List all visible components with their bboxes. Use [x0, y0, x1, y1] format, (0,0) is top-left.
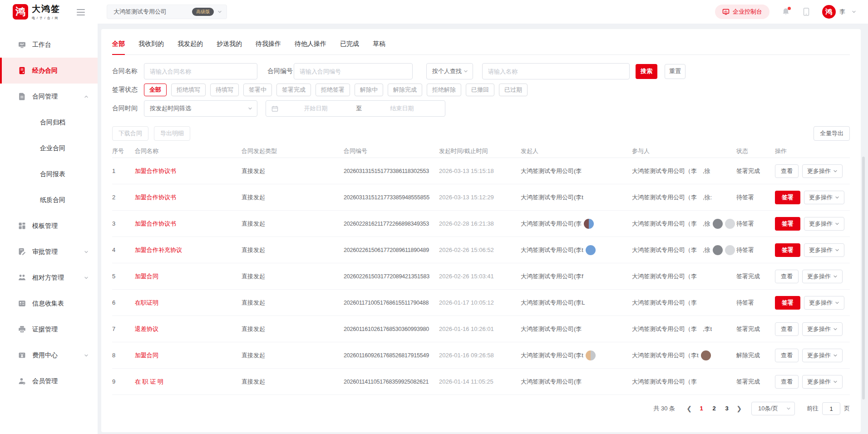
person-name-input[interactable] [482, 63, 630, 79]
column-header: 序号 [112, 147, 135, 155]
tab-草稿[interactable]: 草稿 [373, 40, 385, 54]
notification-bell-icon[interactable] [781, 7, 790, 16]
redacted-avatar [725, 219, 735, 229]
sidebar-item-label: 模板管理 [32, 222, 58, 230]
date-range-picker[interactable]: 开始日期 至 结束日期 [266, 100, 445, 117]
sign-button[interactable]: 签署 [775, 191, 800, 204]
sidebar-item-经办合同[interactable]: 经办合同 [0, 58, 98, 84]
more-actions-button[interactable]: 更多操作 [802, 322, 843, 336]
menu-collapse-icon[interactable] [77, 9, 85, 15]
status: 签署完成 [736, 325, 775, 333]
reset-button[interactable]: 重置 [665, 64, 686, 79]
download-contract-button[interactable]: 下载合同 [112, 126, 148, 141]
enterprise-console-button[interactable]: 企业控制台 [715, 5, 769, 19]
initiate-time: 2026-01-16 09:26:58 [439, 352, 521, 359]
search-button[interactable]: 搜索 [636, 64, 657, 79]
view-button[interactable]: 查看 [775, 349, 799, 362]
view-button[interactable]: 查看 [775, 322, 799, 336]
sidebar-item-会员管理[interactable]: 会员管理 [0, 368, 98, 394]
page-number-1[interactable]: 1 [695, 402, 708, 415]
view-button[interactable]: 查看 [775, 164, 799, 178]
sidebar-item-合同管理[interactable]: 合同管理 [0, 84, 98, 109]
more-actions-button[interactable]: 更多操作 [802, 164, 843, 178]
contract-name-link[interactable]: 退差协议 [135, 325, 242, 333]
search-by-person-select[interactable]: 按个人查找 [426, 63, 473, 79]
sidebar-subitem-企业合同[interactable]: 企业合同 [0, 135, 98, 161]
page-number-2[interactable]: 2 [708, 402, 720, 415]
sidebar-subitem-合同归档[interactable]: 合同归档 [0, 109, 98, 135]
sidebar-item-证据管理[interactable]: 证据管理 [0, 316, 98, 342]
sidebar-item-费用中心[interactable]: 费用中心 [0, 342, 98, 368]
more-actions-button[interactable]: 更多操作 [802, 375, 843, 389]
contract-name-link[interactable]: 加盟合作协议书 [135, 167, 242, 175]
view-button[interactable]: 查看 [775, 375, 799, 389]
goto-page-input[interactable] [822, 402, 840, 415]
status-chip-拒绝填写[interactable]: 拒绝填写 [171, 84, 206, 96]
more-actions-button[interactable]: 更多操作 [804, 296, 844, 310]
initiate-type: 直接发起 [242, 325, 344, 333]
user-menu[interactable]: 鸿 李 [822, 5, 856, 19]
page-number-3[interactable]: 3 [720, 402, 733, 415]
tab-待我操作[interactable]: 待我操作 [256, 40, 281, 54]
contract-name-link[interactable]: 加盟合作协议书 [135, 193, 242, 202]
status-chip-解除中[interactable]: 解除中 [355, 84, 383, 96]
tab-待他人操作[interactable]: 待他人操作 [295, 40, 326, 54]
page-size-select[interactable]: 10条/页 [751, 402, 795, 415]
sidebar-subitem-合同报表[interactable]: 合同报表 [0, 161, 98, 187]
status-chip-解除完成[interactable]: 解除完成 [388, 84, 422, 96]
tab-全部[interactable]: 全部 [112, 40, 125, 54]
more-actions-button[interactable]: 更多操作 [804, 217, 844, 231]
status: 待签署 [736, 299, 775, 307]
status-chip-全部[interactable]: 全部 [144, 84, 167, 96]
export-all-button[interactable]: 全量导出 [814, 126, 850, 141]
contract-no-input[interactable] [294, 63, 413, 79]
tab-抄送我的[interactable]: 抄送我的 [217, 40, 242, 54]
tab-我发起的[interactable]: 我发起的 [178, 40, 203, 54]
contract-name-link[interactable]: 加盟合作协议书 [135, 220, 242, 228]
status-chip-已撤回[interactable]: 已撤回 [466, 84, 494, 96]
company-select[interactable]: 大鸿签测试专用公司 高级版 [107, 5, 227, 19]
table-header: 序号合同名称合同发起类型合同编号发起时间/截止时间发起人参与人状态操作 [112, 144, 850, 158]
sidebar-item-相对方管理[interactable]: 相对方管理 [0, 265, 98, 291]
more-actions-button[interactable]: 更多操作 [804, 191, 844, 204]
tab-已完成[interactable]: 已完成 [340, 40, 359, 54]
sign-button[interactable]: 签署 [775, 243, 800, 257]
tab-我收到的[interactable]: 我收到的 [138, 40, 164, 54]
more-actions-button[interactable]: 更多操作 [802, 270, 843, 283]
sidebar-item-工作台[interactable]: 工作台 [0, 32, 98, 58]
user-name: 李 [839, 8, 845, 16]
more-actions-button[interactable]: 更多操作 [802, 349, 843, 362]
status-chip-拒绝签署[interactable]: 拒绝签署 [316, 84, 350, 96]
status-chip-签署完成[interactable]: 签署完成 [276, 84, 311, 96]
sign-button[interactable]: 签署 [775, 296, 800, 310]
next-page-icon[interactable]: ❯ [733, 405, 745, 412]
column-header: 合同名称 [135, 147, 242, 155]
status-chip-已过期[interactable]: 已过期 [499, 84, 528, 96]
status-chip-签署中[interactable]: 签署中 [243, 84, 272, 96]
contract-name-input[interactable] [144, 63, 257, 79]
row-index: 5 [112, 273, 135, 280]
prev-page-icon[interactable]: ❮ [683, 405, 695, 412]
sidebar-item-审批管理[interactable]: 审批管理 [0, 239, 98, 265]
sidebar-subitem-纸质合同[interactable]: 纸质合同 [0, 187, 98, 213]
table-scrollbar[interactable] [862, 157, 865, 399]
contract-name-link[interactable]: 在职证明 [135, 299, 242, 307]
contract-name-link[interactable]: 加盟合同 [135, 272, 242, 281]
status-chip-拒绝解除[interactable]: 拒绝解除 [427, 84, 461, 96]
more-actions-button[interactable]: 更多操作 [804, 243, 844, 257]
sidebar-item-模板管理[interactable]: 模板管理 [0, 213, 98, 239]
date-separator: 至 [353, 104, 365, 113]
export-detail-button[interactable]: 导出明细 [154, 126, 190, 141]
status-chip-待填写[interactable]: 待填写 [210, 84, 239, 96]
mobile-device-icon[interactable] [802, 7, 810, 16]
view-button[interactable]: 查看 [775, 270, 799, 283]
sign-button[interactable]: 签署 [775, 217, 800, 231]
contract-name-link[interactable]: 在 职 证 明 [135, 378, 242, 386]
time-filter-select[interactable]: 按发起时间筛选 [144, 100, 257, 117]
sidebar-item-信息收集表[interactable]: 信息收集表 [0, 291, 98, 316]
contract-name-link[interactable]: 加盟合作补充协议 [135, 246, 242, 254]
top-header: 大鸿签测试专用公司 高级版 企业控制台 鸿 李 [98, 0, 868, 24]
contract-name-link[interactable]: 加盟合同 [135, 351, 242, 360]
monitor-icon [722, 8, 730, 15]
brand-name: 大鸿签 [32, 3, 60, 15]
